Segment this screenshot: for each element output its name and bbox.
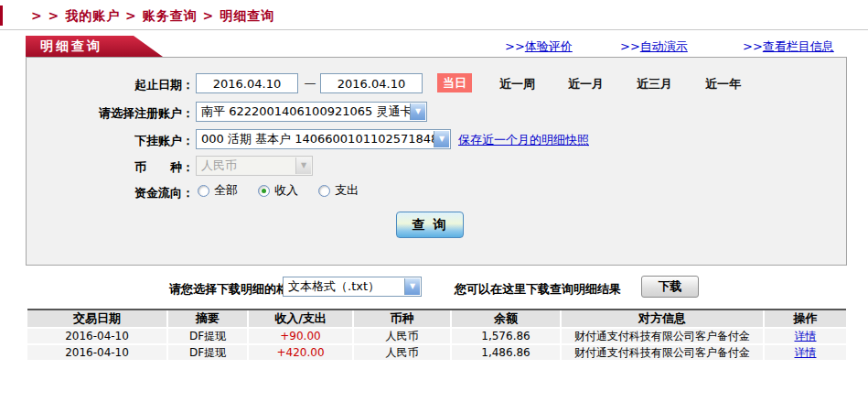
transactions-table: 交易日期 摘要 收入/支出 币种 余额 对方信息 操作 2016-04-10 D…	[27, 309, 846, 360]
currency-label: 币 种：	[27, 159, 194, 176]
link-label: 查看栏目信息	[763, 39, 834, 53]
tab-detail-query[interactable]: 明细查询	[26, 36, 163, 57]
link-view-column-info[interactable]: >>查看栏目信息	[743, 38, 834, 55]
cell-counterparty: 财付通支付科技有限公司客户备付金	[562, 329, 763, 343]
range-last-month-button[interactable]: 近一月	[568, 76, 604, 92]
cell-action: 详情	[765, 329, 846, 343]
sub-account-select[interactable]: 000 活期 基本户 1406600101102571848 ▼	[196, 129, 451, 149]
detail-link[interactable]: 详情	[795, 346, 817, 359]
cell-currency: 人民币	[354, 345, 450, 360]
sub-account-label: 下挂账户：	[27, 133, 194, 149]
detail-link[interactable]: 详情	[795, 330, 817, 342]
link-prefix: >>	[620, 39, 640, 53]
breadcrumb-separator: >	[198, 8, 220, 23]
col-header-balance: 余额	[452, 310, 560, 327]
download-result-label: 您可以在这里下载查询明细结果	[455, 281, 621, 298]
red-accent-bar	[0, 5, 3, 26]
cell-amount: +420.00	[249, 345, 352, 360]
col-header-action: 操作	[765, 310, 846, 327]
date-range-label: 起止日期：	[27, 77, 194, 93]
cell-currency: 人民币	[354, 329, 450, 343]
save-snapshot-link[interactable]: 保存近一个月的明细快照	[458, 132, 589, 148]
cell-date: 2016-04-10	[27, 329, 166, 343]
col-header-amount: 收入/支出	[249, 310, 352, 327]
today-quick-button[interactable]: 当日	[437, 73, 472, 92]
query-button[interactable]: 查 询	[396, 212, 464, 238]
chevron-down-icon: ▼	[410, 103, 425, 120]
cell-summary: DF提现	[168, 329, 247, 343]
link-experience-rating[interactable]: >>体验评价	[505, 38, 573, 55]
cell-balance: 1,576.86	[452, 329, 560, 343]
cell-action: 详情	[765, 345, 846, 360]
cell-summary: DF提现	[168, 345, 247, 360]
breadcrumb-item-my-account[interactable]: 我的账户	[65, 8, 120, 23]
radio-flow-all[interactable]: 全部	[198, 182, 238, 199]
link-prefix: >>	[743, 39, 763, 53]
cell-amount: +90.00	[249, 329, 352, 343]
flow-radio-group: 全部 收入 支出	[198, 182, 379, 199]
radio-label: 全部	[214, 182, 238, 199]
account-select-value: 南平 6222001406100921065 灵通卡	[201, 104, 412, 118]
download-format-select[interactable]: 文本格式（.txt） ▼	[283, 277, 422, 297]
breadcrumb-bar: > > 我的账户 > 账务查询 > 明细查询	[0, 0, 868, 30]
radio-label: 支出	[335, 182, 359, 199]
chevron-down-icon: ▼	[434, 131, 449, 147]
download-format-label: 请您选择下载明细的格式	[169, 281, 300, 298]
currency-select: 人民币 ▼	[196, 156, 313, 176]
radio-flow-income[interactable]: 收入	[258, 182, 298, 199]
radio-icon	[318, 185, 330, 197]
download-format-value: 文本格式（.txt）	[288, 279, 380, 293]
link-label: 体验评价	[525, 39, 573, 53]
range-last-week-button[interactable]: 近一周	[499, 76, 535, 92]
cell-balance: 1,486.86	[452, 345, 560, 360]
range-last-year-button[interactable]: 近一年	[705, 76, 741, 92]
date-from-input[interactable]	[196, 73, 298, 93]
query-form-panel: 起止日期： — 当日 近一周 近一月 近三月 近一年 请选择注册账户： 南平 6…	[26, 57, 847, 266]
breadcrumb-separator: >	[120, 8, 142, 23]
radio-flow-expense[interactable]: 支出	[318, 182, 359, 199]
download-button[interactable]: 下载	[641, 276, 699, 298]
breadcrumb-item-detail-query: 明细查询	[220, 8, 274, 23]
breadcrumb: > > 我的账户 > 账务查询 > 明细查询	[31, 8, 274, 25]
range-last-quarter-button[interactable]: 近三月	[637, 76, 672, 92]
chevron-down-icon: ▼	[404, 278, 420, 295]
radio-checked-icon	[258, 185, 270, 197]
chevron-down-icon: ▼	[295, 158, 311, 174]
link-label: 自动演示	[640, 39, 688, 53]
col-header-counterparty: 对方信息	[562, 310, 763, 327]
sub-account-select-value: 000 活期 基本户 1406600101102571848	[201, 132, 438, 146]
link-auto-demo[interactable]: >>自动演示	[620, 38, 688, 55]
account-select-label: 请选择注册账户：	[27, 105, 194, 122]
cell-date: 2016-04-10	[27, 345, 166, 360]
breadcrumb-lead: > >	[31, 8, 65, 23]
col-header-currency: 币种	[354, 310, 450, 327]
flow-label: 资金流向：	[27, 185, 194, 201]
account-select[interactable]: 南平 6222001406100921065 灵通卡 ▼	[196, 102, 427, 122]
radio-label: 收入	[274, 182, 298, 199]
cell-counterparty: 财付通支付科技有限公司客户备付金	[562, 345, 763, 360]
col-header-date: 交易日期	[27, 310, 166, 327]
link-prefix: >>	[505, 39, 525, 53]
date-range-dash: —	[303, 76, 317, 90]
radio-icon	[198, 185, 209, 197]
breadcrumb-item-account-query[interactable]: 账务查询	[143, 8, 198, 23]
date-to-input[interactable]	[320, 73, 423, 93]
currency-select-value: 人民币	[201, 158, 237, 172]
col-header-summary: 摘要	[168, 310, 247, 327]
